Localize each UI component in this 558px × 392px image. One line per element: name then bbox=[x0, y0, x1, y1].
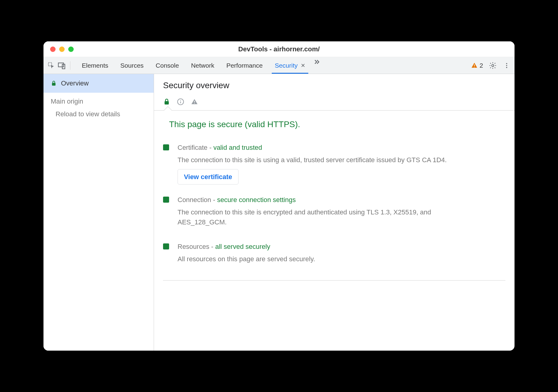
close-tab-icon[interactable]: ✕ bbox=[301, 62, 305, 69]
tab-security[interactable]: Security ✕ bbox=[273, 58, 307, 73]
svg-point-6 bbox=[506, 63, 507, 64]
info-icon bbox=[177, 98, 184, 105]
device-toolbar-icon[interactable] bbox=[57, 61, 66, 70]
tab-sources[interactable]: Sources bbox=[119, 58, 146, 73]
sidebar-reload-hint: Reload to view details bbox=[43, 108, 154, 120]
warnings-button[interactable]: 2 bbox=[471, 62, 483, 69]
security-sections: Certificate - valid and trusted The conn… bbox=[154, 132, 515, 287]
status-square-icon bbox=[163, 197, 169, 203]
tab-performance[interactable]: Performance bbox=[225, 58, 265, 73]
content-title: Security overview bbox=[163, 81, 505, 90]
secure-lock-icon bbox=[163, 98, 170, 105]
svg-point-8 bbox=[506, 67, 507, 68]
separator bbox=[154, 110, 515, 111]
svg-rect-9 bbox=[52, 83, 56, 85]
svg-rect-1 bbox=[58, 63, 63, 67]
more-tabs-icon[interactable] bbox=[313, 58, 321, 66]
zoom-window-button[interactable] bbox=[68, 47, 74, 52]
lock-icon bbox=[51, 80, 57, 86]
svg-rect-15 bbox=[194, 103, 195, 104]
section-description: The connection to this site is using a v… bbox=[178, 155, 467, 165]
titlebar: DevTools - airhorner.com/ bbox=[43, 41, 515, 57]
toolbar: Elements Sources Console Network Perform… bbox=[43, 57, 515, 74]
svg-rect-3 bbox=[474, 64, 475, 66]
toolbar-right: 2 bbox=[471, 61, 511, 70]
tab-network[interactable]: Network bbox=[189, 58, 216, 73]
view-certificate-button[interactable]: View certificate bbox=[178, 169, 239, 185]
settings-icon[interactable] bbox=[489, 61, 497, 70]
sidebar-heading-main-origin: Main origin bbox=[43, 93, 154, 108]
inspect-element-icon[interactable] bbox=[47, 61, 56, 70]
section-connection: Connection - secure connection settings … bbox=[163, 188, 505, 234]
svg-rect-4 bbox=[474, 66, 475, 67]
svg-point-13 bbox=[180, 100, 181, 101]
tab-console[interactable]: Console bbox=[154, 58, 181, 73]
content-header: Security overview bbox=[154, 74, 515, 93]
more-options-icon[interactable] bbox=[502, 61, 511, 70]
section-title: Certificate - valid and trusted bbox=[178, 143, 505, 153]
security-sidebar: Overview Main origin Reload to view deta… bbox=[43, 74, 154, 351]
devtools-window: DevTools - airhorner.com/ Elements Sourc… bbox=[43, 41, 515, 351]
section-certificate: Certificate - valid and trusted The conn… bbox=[163, 135, 505, 188]
security-content: Security overview bbox=[154, 74, 515, 351]
panel-tabs: Elements Sources Console Network Perform… bbox=[80, 58, 321, 73]
sidebar-item-overview[interactable]: Overview bbox=[43, 74, 154, 93]
sidebar-overview-label: Overview bbox=[61, 79, 89, 87]
close-window-button[interactable] bbox=[50, 47, 56, 52]
section-resources: Resources - all served securely All reso… bbox=[163, 234, 505, 271]
security-banner: This page is secure (valid HTTPS). bbox=[154, 111, 515, 132]
status-square-icon bbox=[163, 144, 169, 150]
bottom-separator bbox=[163, 280, 505, 281]
minimize-window-button[interactable] bbox=[59, 47, 65, 52]
main-area: Overview Main origin Reload to view deta… bbox=[43, 74, 515, 351]
section-description: All resources on this page are served se… bbox=[178, 254, 467, 264]
traffic-lights bbox=[50, 47, 74, 52]
divider bbox=[70, 61, 70, 70]
window-title: DevTools - airhorner.com/ bbox=[43, 45, 515, 53]
status-square-icon bbox=[163, 243, 169, 249]
svg-point-5 bbox=[492, 64, 494, 66]
warning-count: 2 bbox=[479, 62, 483, 69]
tab-elements[interactable]: Elements bbox=[80, 58, 110, 73]
warning-triangle-icon bbox=[191, 98, 198, 105]
section-title: Resources - all served securely bbox=[178, 242, 505, 252]
section-title: Connection - secure connection settings bbox=[178, 195, 505, 205]
status-icons-row bbox=[154, 93, 515, 105]
section-description: The connection to this site is encrypted… bbox=[178, 207, 467, 227]
svg-rect-10 bbox=[165, 101, 169, 104]
svg-point-7 bbox=[506, 65, 507, 66]
svg-rect-14 bbox=[194, 101, 195, 102]
